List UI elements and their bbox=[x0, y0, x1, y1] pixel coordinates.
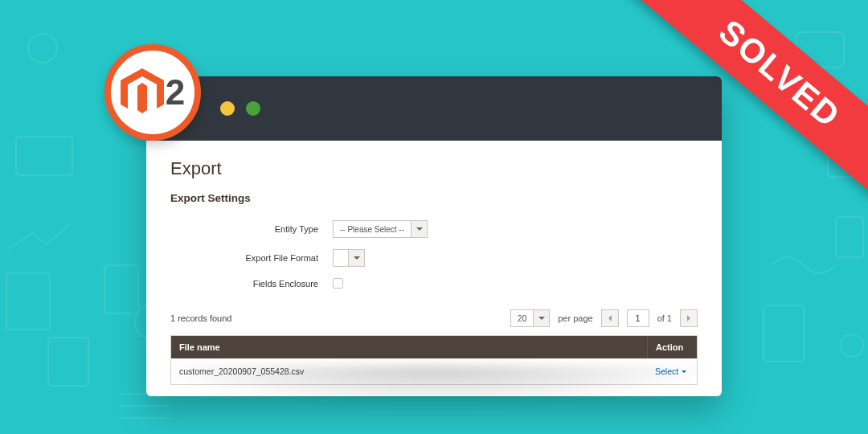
select-per-page[interactable]: 20 bbox=[510, 309, 550, 327]
select-export-file-format[interactable] bbox=[333, 249, 365, 267]
label-entity-type: Entity Type bbox=[170, 224, 333, 234]
window-maximize-dot[interactable] bbox=[246, 101, 260, 116]
magento-version-text: 2 bbox=[166, 75, 185, 110]
select-entity-type-value: -- Please Select -- bbox=[334, 221, 411, 237]
svg-rect-0 bbox=[16, 137, 72, 175]
cell-file-name: customer_20200907_055428.csv bbox=[171, 358, 647, 384]
page-title: Export bbox=[170, 158, 698, 179]
window-titlebar bbox=[146, 76, 722, 141]
select-export-file-format-value bbox=[334, 250, 348, 266]
select-per-page-value: 20 bbox=[511, 310, 533, 326]
checkbox-fields-enclosure[interactable] bbox=[333, 278, 343, 289]
chevron-down-icon bbox=[533, 310, 549, 326]
window-minimize-dot[interactable] bbox=[220, 101, 235, 116]
page-prev-button[interactable] bbox=[601, 309, 619, 327]
page-next-button[interactable] bbox=[680, 309, 698, 327]
grid-toolbar: 1 records found 20 per page of 1 bbox=[170, 309, 698, 327]
pager: 20 per page of 1 bbox=[510, 309, 698, 327]
per-page-label: per page bbox=[558, 313, 592, 323]
row-fields-enclosure: Fields Enclosure bbox=[170, 278, 698, 289]
label-fields-enclosure: Fields Enclosure bbox=[170, 279, 333, 289]
column-file-name[interactable]: File name bbox=[171, 336, 647, 358]
svg-point-8 bbox=[841, 334, 863, 357]
magento2-badge: 2 bbox=[104, 44, 201, 141]
svg-rect-5 bbox=[48, 338, 88, 386]
column-action: Action bbox=[647, 336, 697, 358]
row-action-select[interactable]: Select bbox=[647, 358, 697, 384]
chevron-down-icon bbox=[411, 221, 427, 237]
select-entity-type[interactable]: -- Please Select -- bbox=[333, 220, 428, 238]
svg-rect-1 bbox=[6, 273, 50, 330]
svg-rect-9 bbox=[764, 305, 804, 362]
page-content: Export Export Settings Entity Type -- Pl… bbox=[146, 141, 722, 396]
svg-rect-10 bbox=[836, 217, 863, 257]
section-title: Export Settings bbox=[170, 192, 698, 204]
page-number-input[interactable] bbox=[627, 309, 649, 327]
table-row: customer_20200907_055428.csv Select bbox=[171, 358, 697, 384]
row-action-label: Select bbox=[655, 366, 678, 376]
caret-down-icon bbox=[682, 371, 686, 375]
row-export-file-format: Export File Format bbox=[170, 249, 698, 267]
browser-window: Export Export Settings Entity Type -- Pl… bbox=[146, 76, 722, 396]
page-of-total: of 1 bbox=[657, 313, 672, 323]
records-found: 1 records found bbox=[170, 313, 231, 323]
grid-header: File name Action bbox=[171, 336, 697, 358]
chevron-down-icon bbox=[348, 250, 364, 266]
label-export-file-format: Export File Format bbox=[170, 253, 333, 263]
svg-point-2 bbox=[28, 34, 57, 63]
export-files-grid: File name Action customer_20200907_05542… bbox=[170, 335, 698, 385]
row-entity-type: Entity Type -- Please Select -- bbox=[170, 220, 698, 238]
magento-logo-icon bbox=[121, 68, 164, 117]
svg-rect-3 bbox=[104, 265, 138, 313]
